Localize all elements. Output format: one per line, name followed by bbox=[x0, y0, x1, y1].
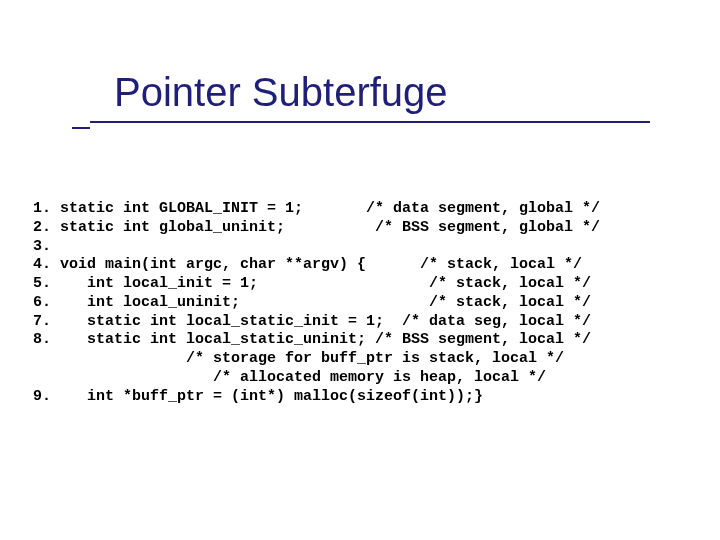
code-line: 6. int local_uninit; /* stack, local */ bbox=[24, 294, 591, 311]
title-block: Pointer Subterfuge bbox=[70, 70, 670, 129]
title-underline-tick bbox=[72, 127, 90, 129]
code-line: /* allocated memory is heap, local */ bbox=[24, 369, 546, 386]
code-line: 2. static int global_uninit; /* BSS segm… bbox=[24, 219, 600, 236]
slide: Pointer Subterfuge 1. static int GLOBAL_… bbox=[0, 0, 720, 540]
code-listing: 1. static int GLOBAL_INIT = 1; /* data s… bbox=[24, 200, 600, 406]
code-line: 5. int local_init = 1; /* stack, local *… bbox=[24, 275, 591, 292]
code-line: 1. static int GLOBAL_INIT = 1; /* data s… bbox=[24, 200, 600, 217]
code-line: 8. static int local_static_uninit; /* BS… bbox=[24, 331, 591, 348]
code-line: 7. static int local_static_init = 1; /* … bbox=[24, 313, 591, 330]
code-line: 3. bbox=[24, 238, 51, 255]
code-line: 4. void main(int argc, char **argv) { /*… bbox=[24, 256, 582, 273]
slide-title: Pointer Subterfuge bbox=[70, 70, 670, 115]
title-underline bbox=[90, 121, 650, 123]
code-line: 9. int *buff_ptr = (int*) malloc(sizeof(… bbox=[24, 388, 483, 405]
code-line: /* storage for buff_ptr is stack, local … bbox=[24, 350, 564, 367]
